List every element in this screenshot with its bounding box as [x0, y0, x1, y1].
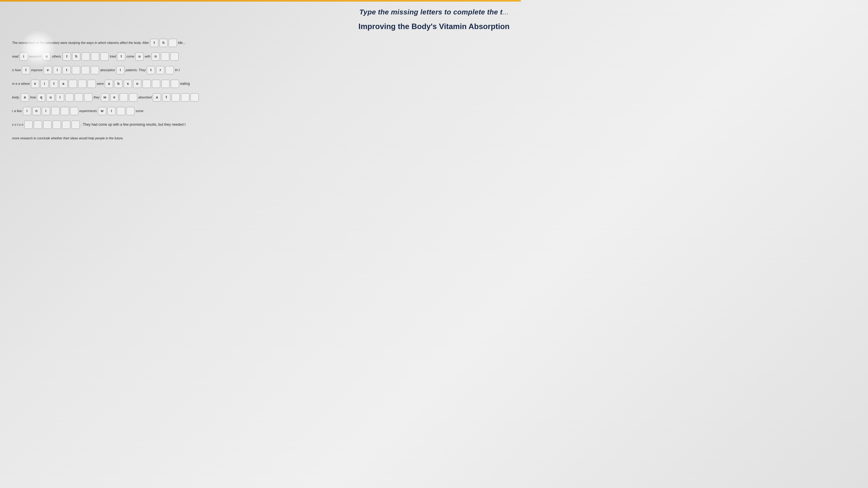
letter-box[interactable]: v: [43, 66, 52, 74]
text-segment: research: [29, 55, 41, 58]
letter-box[interactable]: i: [116, 66, 125, 74]
letter-box[interactable]: [91, 66, 99, 74]
letter-box[interactable]: [70, 107, 79, 115]
letter-box[interactable]: [78, 79, 87, 88]
letter-box[interactable]: t: [117, 52, 125, 61]
letter-box[interactable]: o: [42, 52, 51, 61]
letter-box[interactable]: a: [105, 79, 113, 88]
letter-box[interactable]: [100, 52, 109, 61]
letter-box[interactable]: h: [72, 52, 81, 61]
letter-box[interactable]: [34, 121, 42, 129]
letter-box[interactable]: i: [53, 66, 61, 74]
letter-box[interactable]: a: [21, 93, 29, 102]
letter-box[interactable]: n: [151, 52, 160, 61]
text-segment: eating: [180, 82, 190, 86]
letter-box[interactable]: n: [32, 107, 41, 115]
letter-box[interactable]: [82, 52, 90, 61]
letter-box[interactable]: [74, 93, 83, 102]
letter-box[interactable]: u: [135, 52, 144, 61]
passage-line-5: body, a how q u i they w e absorbed a f: [12, 92, 856, 102]
text-segment: absorbed: [138, 96, 152, 99]
letter-box[interactable]: [168, 39, 177, 47]
text-segment: patients. They: [126, 69, 146, 72]
letter-box[interactable]: e: [110, 93, 119, 102]
text-segment: some: [135, 109, 144, 113]
letter-box[interactable]: t: [62, 66, 71, 74]
letter-box[interactable]: [65, 93, 73, 102]
letter-box[interactable]: [91, 52, 99, 61]
letter-box[interactable]: [88, 79, 96, 88]
letter-box[interactable]: [117, 107, 125, 115]
text-segment: ide...: [178, 41, 186, 45]
letter-box[interactable]: [126, 107, 134, 115]
text-segment: with: [145, 55, 150, 58]
letter-box[interactable]: [69, 79, 77, 88]
letter-box[interactable]: w: [101, 93, 109, 102]
letter-box[interactable]: t: [150, 39, 158, 47]
passage-line-1: The researchers at the laboratory were s…: [12, 38, 856, 48]
letter-box[interactable]: a: [153, 93, 161, 102]
letter-box[interactable]: [71, 121, 80, 129]
letter-box[interactable]: i: [23, 107, 31, 115]
letter-box[interactable]: u: [46, 93, 55, 102]
passage-line-6: r a few i n i experiments w i some: [12, 106, 856, 116]
letter-box[interactable]: [81, 66, 90, 74]
text-segment: a few: [14, 109, 22, 113]
letter-box[interactable]: i: [107, 107, 116, 115]
instruction-text: Type the missing letters to complete the…: [12, 8, 856, 16]
text-segment: they: [93, 96, 99, 99]
letter-box[interactable]: [72, 66, 80, 74]
letter-box[interactable]: [190, 93, 199, 102]
text-segment: experiments: [80, 109, 97, 113]
text-segment: . They had come up with a few promising …: [81, 123, 186, 127]
letter-box[interactable]: [161, 79, 170, 88]
letter-box[interactable]: h: [159, 39, 168, 47]
letter-box[interactable]: a: [59, 79, 68, 88]
letter-box[interactable]: [143, 79, 151, 88]
letter-box[interactable]: [152, 79, 160, 88]
letter-box[interactable]: [161, 52, 169, 61]
letter-box[interactable]: t: [50, 79, 58, 88]
text-segment: others,: [52, 55, 62, 58]
letter-box[interactable]: [24, 121, 33, 129]
letter-box[interactable]: [165, 66, 174, 74]
letter-box[interactable]: q: [37, 93, 45, 102]
passage-line-8: more research to conclude whether their …: [12, 133, 856, 143]
text-segment: more research to conclude whether their …: [12, 137, 124, 140]
letter-box[interactable]: v: [31, 79, 39, 88]
letter-box[interactable]: [61, 107, 69, 115]
letter-box[interactable]: i: [40, 79, 49, 88]
text-segment: in t: [175, 68, 180, 72]
letter-box[interactable]: t: [63, 52, 71, 61]
passage-line-7: v o l u n . They had come up with a few …: [12, 120, 856, 130]
letter-box[interactable]: [43, 121, 52, 129]
letter-box[interactable]: [170, 52, 179, 61]
letter-box[interactable]: [62, 121, 70, 129]
letter-box[interactable]: r: [156, 66, 164, 74]
letter-box[interactable]: [172, 93, 180, 102]
passage-content: The researchers at the laboratory were s…: [12, 38, 856, 143]
text-segment: r: [12, 109, 13, 113]
letter-box[interactable]: w: [98, 107, 106, 115]
letter-box[interactable]: s: [124, 79, 132, 88]
text-segment: v o l u n: [12, 123, 23, 126]
letter-box[interactable]: o: [133, 79, 142, 88]
letter-box[interactable]: f: [162, 93, 170, 102]
text-segment: where: [21, 82, 30, 86]
letter-box[interactable]: i: [20, 52, 28, 61]
letter-box[interactable]: [53, 121, 61, 129]
letter-box[interactable]: [181, 93, 189, 102]
letter-box[interactable]: [84, 93, 92, 102]
letter-box[interactable]: [51, 107, 60, 115]
letter-box[interactable]: t: [22, 66, 30, 74]
letter-box[interactable]: i: [42, 107, 50, 115]
letter-box[interactable]: t: [147, 66, 155, 74]
letter-box[interactable]: [120, 93, 128, 102]
text-segment: absorption: [100, 69, 115, 72]
letter-box[interactable]: [129, 93, 137, 102]
passage-line-3: o how t improve v i t absorption i patie…: [12, 65, 856, 75]
passage-line-4: m e a where v i t a were a b s o eating: [12, 79, 856, 89]
letter-box[interactable]: b: [114, 79, 123, 88]
letter-box[interactable]: [171, 79, 179, 88]
letter-box[interactable]: i: [56, 93, 64, 102]
